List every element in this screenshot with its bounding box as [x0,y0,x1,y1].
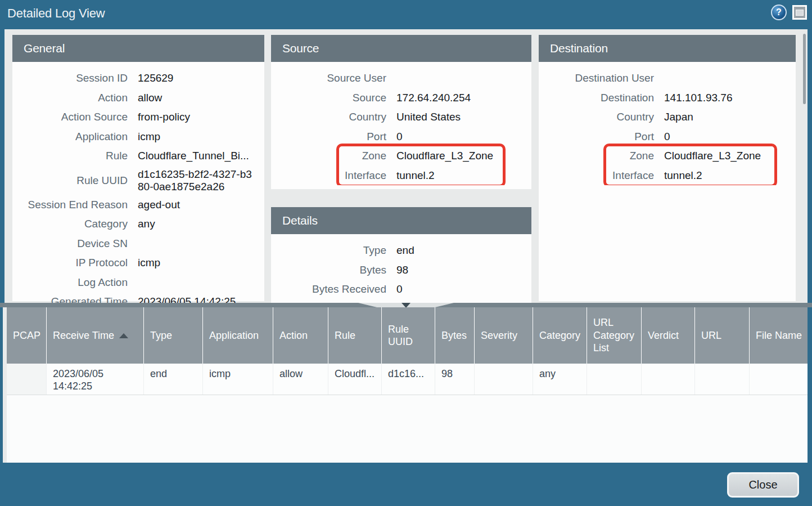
field-label: Port [539,131,654,143]
source-zone-interface-group: Zone Cloudflare_L3_Zone Interface tunnel… [271,146,531,185]
field-label: Source User [271,72,386,84]
column-header-url[interactable]: URL [694,307,749,364]
field-label: Interface [271,169,386,182]
destination-panel-header: Destination [539,35,796,62]
column-header-url-category-list[interactable]: URL Category List [587,307,641,364]
field-label: Port [271,131,386,143]
field-value: 172.64.240.254 [396,92,471,104]
detail-panels-area: General Session ID 125629 Action allow A… [4,29,808,303]
column-label: Rule [335,329,355,342]
field-source: Source 172.64.240.254 [271,88,531,108]
field-label: Country [539,111,654,123]
field-value: end [396,244,414,257]
field-value: Cloudflare_L3_Zone [664,150,761,162]
column-header-category[interactable]: Category [533,307,587,364]
cell-bytes: 98 [435,364,474,395]
column-header-pcap[interactable]: PCAP [7,307,46,364]
general-panel-body: Session ID 125629 Action allow Action So… [12,62,264,303]
field-value: Japan [664,111,693,123]
log-table-row[interactable]: 2023/06/05 14:42:25 end icmp allow Cloud… [7,364,808,395]
field-action-source: Action Source from-policy [12,108,264,127]
cell-url-category-list [587,364,641,395]
destination-zone-interface-group: Zone Cloudflare_L3_Zone Interface tunnel… [539,146,796,185]
field-value: tunnel.2 [396,169,435,182]
column-label: URL [701,329,721,342]
field-label: Zone [539,150,654,162]
field-label: Destination User [539,72,654,84]
field-value: icmp [138,131,160,143]
cell-pcap [7,364,46,395]
field-label: Bytes [271,264,386,276]
field-label: IP Protocol [12,257,128,269]
field-rule-uuid: Rule UUID d1c16235-b2f2-4327-b380-0ae187… [12,166,264,195]
cell-verdict [641,364,694,395]
close-button[interactable]: Close [727,472,799,498]
field-value: 0 [396,283,403,295]
window-restore-icon-inner [796,10,804,16]
vertical-scrollbar-thumb[interactable] [803,34,806,104]
field-label: Type [271,244,386,257]
details-panel-header: Details [271,207,531,234]
column-label: Application [209,329,259,342]
column-header-rule[interactable]: Rule [328,307,381,364]
field-value: 125629 [138,72,173,84]
field-value: 2023/06/05 14:42:25 [138,295,236,303]
field-label: Session End Reason [12,199,128,211]
field-label: Session ID [12,72,128,84]
column-label: Severity [481,329,517,342]
column-label: Receive Time [53,329,114,342]
field-value: 0 [664,131,670,143]
column-header-receive-time[interactable]: Receive Time [46,307,143,364]
field-value: tunnel.2 [664,169,702,182]
field-value: Cloudflare_L3_Zone [396,150,493,162]
field-source-zone: Zone Cloudflare_L3_Zone [271,146,531,166]
column-label: Category [539,329,580,342]
field-bytes: Bytes 98 [271,261,531,280]
source-panel-body: Source User Source 172.64.240.254 Countr… [271,62,531,185]
field-session-end-reason: Session End Reason aged-out [12,195,264,215]
details-panel-body: Type end Bytes 98 Bytes Received 0 [271,234,531,299]
window-restore-icon[interactable] [792,5,807,20]
field-label: Destination [539,92,654,104]
log-table-header: PCAP Receive Time Type Application Actio… [7,307,808,364]
field-application: Application icmp [12,127,264,147]
destination-panel-body: Destination User Destination 141.101.93.… [539,62,796,185]
field-source-port: Port 0 [271,127,531,147]
field-session-id: Session ID 125629 [12,69,264,88]
column-label: Action [279,329,308,342]
field-bytes-received: Bytes Received 0 [271,280,531,299]
column-label: Bytes [441,329,467,342]
source-panel: Source Source User Source 172.64.240.254… [271,35,531,189]
field-rule: Rule Cloudflare_Tunnel_Bi... [12,146,264,166]
column-header-verdict[interactable]: Verdict [641,307,694,364]
help-icon[interactable]: ? [771,5,787,20]
field-value: 98 [396,264,408,276]
field-destination-zone: Zone Cloudflare_L3_Zone [539,146,796,166]
field-label: Action Source [12,111,128,123]
field-label: Action [12,92,128,104]
cell-type: end [143,364,202,395]
field-label: Generated Time [12,295,128,303]
field-source-country: Country United States [271,108,531,127]
field-value: d1c16235-b2f2-4327-b380-0ae1875e2a26 [138,168,256,193]
log-table: PCAP Receive Time Type Application Actio… [3,307,808,463]
column-label: Rule UUID [388,323,435,348]
field-value: from-policy [138,111,190,123]
help-glyph: ? [776,7,782,17]
column-header-action[interactable]: Action [273,307,328,364]
column-header-rule-uuid[interactable]: Rule UUID [381,307,435,364]
column-header-file-name[interactable]: File Name [749,307,806,364]
field-log-action: Log Action [12,273,264,293]
general-panel: General Session ID 125629 Action allow A… [12,35,264,301]
column-header-bytes[interactable]: Bytes [435,307,474,364]
column-header-severity[interactable]: Severity [474,307,533,364]
column-header-type[interactable]: Type [143,307,202,364]
column-header-application[interactable]: Application [202,307,273,364]
field-label: Rule [12,150,128,162]
field-label: Rule UUID [12,174,128,187]
cell-action: allow [273,364,328,395]
field-value: aged-out [138,199,180,211]
cell-category: any [533,364,587,395]
column-label: URL Category List [593,316,641,355]
cell-severity [474,364,533,395]
